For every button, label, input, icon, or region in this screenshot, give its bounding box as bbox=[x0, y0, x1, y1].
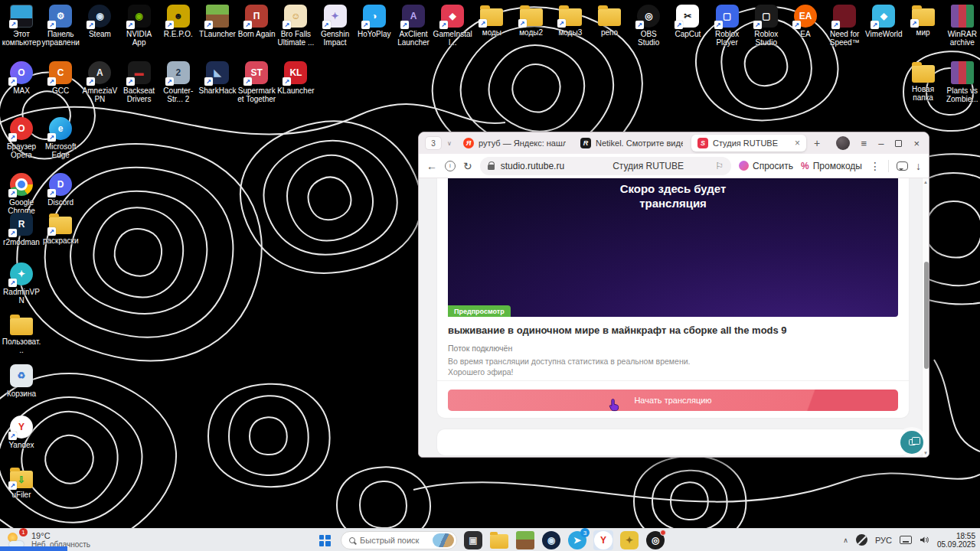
new-tab-button[interactable]: + bbox=[808, 137, 825, 149]
icon-axclient[interactable]: A ↗ AxClient Launcher bbox=[394, 5, 433, 47]
icon-pvz[interactable]: ↗ Plants vs Zombie... bbox=[943, 61, 980, 103]
scroll-up-icon[interactable]: ▲ bbox=[923, 180, 929, 184]
taskbar-app-minecraft[interactable] bbox=[515, 530, 535, 550]
desktop-icon-tile: O ↗ bbox=[10, 61, 33, 84]
search-highlight-image[interactable] bbox=[433, 533, 454, 547]
icon-nvidia-app[interactable]: ◉ ↗ NVIDIA App bbox=[120, 5, 158, 47]
icon-this-pc[interactable]: ↗ Этот компьютер bbox=[2, 5, 41, 47]
taskbar-app-dark[interactable]: ▣ bbox=[463, 530, 483, 550]
icon-mir[interactable]: ↗ мир bbox=[904, 5, 942, 37]
desktop-icon-label: CapCut bbox=[668, 30, 707, 38]
icon-roblox-studio[interactable]: ▢ ↗ Roblox Studio bbox=[747, 5, 786, 47]
icon-opera[interactable]: O ↗ Браузер Opera bbox=[2, 117, 41, 159]
floating-widget-button[interactable] bbox=[900, 431, 923, 454]
icon-amnezia[interactable]: A ↗ AmneziaVPN bbox=[80, 61, 119, 103]
icon-bro-falls[interactable]: ☺ ↗ Bro Falls Ultimate ... bbox=[276, 5, 315, 47]
tab-yandex-search[interactable]: Я рутуб — Яндекс: нашлось bbox=[457, 135, 572, 152]
scrollbar-thumb[interactable] bbox=[924, 262, 929, 369]
shortcut-arrow-badge: ↗ bbox=[204, 77, 213, 86]
icon-supermarket[interactable]: ST ↗ Supermarket Together bbox=[237, 61, 276, 103]
icon-gcc[interactable]: C ↗ GCC bbox=[41, 61, 80, 95]
icon-radminvpn[interactable]: ✦ ↗ RadminVPN bbox=[2, 262, 41, 305]
url-text: studio.rutube.ru bbox=[501, 161, 564, 171]
downloads-icon[interactable]: ↓ bbox=[916, 161, 921, 171]
icon-chrome[interactable]: ↗ Google Chrome bbox=[2, 173, 41, 215]
language-indicator[interactable]: РУС bbox=[875, 536, 892, 545]
desktop-icon-tile: A ↗ bbox=[402, 5, 425, 28]
minimize-button[interactable]: – bbox=[878, 139, 884, 148]
icon-vimeworld[interactable]: ◆ ↗ VimeWorld bbox=[864, 5, 903, 38]
icon-backseat[interactable]: ▬ ↗ Backseat Drivers Demo bbox=[120, 61, 158, 104]
icon-born-again[interactable]: Π ↗ Born Again bbox=[237, 5, 276, 38]
volume-icon[interactable] bbox=[920, 533, 929, 547]
desktop-icon-tile: ↗ bbox=[480, 8, 503, 26]
icon-max[interactable]: O ↗ MAX bbox=[2, 61, 41, 95]
tab-close-icon[interactable]: × bbox=[795, 138, 800, 148]
icon-klauncher[interactable]: KL ↗ KLauncher bbox=[276, 61, 315, 95]
bookmark-icon[interactable]: ⚐ bbox=[715, 161, 724, 171]
start-button[interactable] bbox=[315, 530, 335, 550]
icon-repo-folder[interactable]: ↗ репо bbox=[590, 5, 629, 37]
icon-cs2[interactable]: 2 ↗ Counter-Str... 2 bbox=[159, 61, 198, 103]
start-broadcast-button[interactable]: Начать трансляцию bbox=[448, 390, 898, 411]
clock[interactable]: 18:55 05.09.2025 bbox=[937, 532, 975, 549]
taskbar-app-yandex-browser[interactable]: Y bbox=[593, 530, 613, 550]
icon-gameinstall[interactable]: ◆ ↗ GameInstall... bbox=[433, 5, 472, 47]
icon-discord[interactable]: D ↗ Discord bbox=[41, 173, 80, 207]
icon-polzovat[interactable]: ↗ Пользоват... bbox=[2, 314, 41, 354]
close-button[interactable]: × bbox=[913, 139, 920, 148]
ask-alice-button[interactable]: Спросить bbox=[739, 161, 793, 171]
back-button[interactable]: ← bbox=[426, 161, 437, 171]
icon-ea[interactable]: EA ↗ EA bbox=[786, 5, 825, 38]
icon-sharkhack[interactable]: ◣ ↗ SharkHack bbox=[198, 61, 237, 95]
hidden-icons-chevron[interactable]: ∧ bbox=[843, 536, 848, 544]
taskbar-app-steam[interactable]: ◉ bbox=[541, 530, 561, 550]
tab-netikel[interactable]: R Netikel. Смотрите видео о bbox=[574, 135, 689, 152]
icon-new-folder[interactable]: ↗ Новая папка bbox=[904, 61, 942, 102]
desktop-icon-tile: ◆ ↗ bbox=[441, 5, 464, 28]
tray-status-icon[interactable] bbox=[856, 534, 867, 546]
icon-raskraski[interactable]: ↗ раскраски bbox=[41, 213, 80, 245]
tab-list-chevron-icon[interactable]: ∨ bbox=[444, 140, 455, 147]
taskbar-search[interactable]: Быстрый поиск bbox=[341, 531, 457, 549]
icon-winrar[interactable]: ↗ WinRAR archive bbox=[943, 5, 980, 47]
profile-avatar[interactable] bbox=[836, 136, 850, 150]
icon-genshin[interactable]: ✦ ↗ Genshin Impact bbox=[316, 5, 354, 47]
icon-edge[interactable]: e ↗ Microsoft Edge bbox=[41, 117, 80, 159]
page-scrollbar[interactable]: ▲ ▼ bbox=[922, 178, 929, 457]
taskbar-app-yellow-game[interactable]: ✦ bbox=[619, 530, 639, 550]
maximize-button[interactable] bbox=[895, 140, 902, 147]
icon-r2modman[interactable]: R ↗ r2modman bbox=[2, 213, 41, 246]
refresh-button[interactable]: ↻ bbox=[463, 161, 472, 171]
icon-mody3[interactable]: ↗ моды3 bbox=[551, 5, 590, 37]
taskbar-app-obs[interactable]: ◎ bbox=[645, 530, 665, 550]
taskbar-app-telegram[interactable]: ➤ 3 bbox=[567, 530, 587, 550]
icon-control-panel[interactable]: ⚙ ↗ Панель управления bbox=[41, 5, 80, 47]
icon-mody2[interactable]: ↗ моды2 bbox=[512, 5, 550, 37]
page-info-icon[interactable]: i bbox=[445, 161, 456, 171]
toolbar-more-icon[interactable]: ⋮ bbox=[870, 161, 880, 171]
icon-obs[interactable]: ◎ ↗ OBS Studio bbox=[629, 5, 668, 47]
icon-hoyoplay[interactable]: ◑ ↗ HoYoPlay bbox=[355, 5, 394, 38]
icon-ufiler[interactable]: ⇩ ↗ uFiler bbox=[2, 467, 41, 499]
desktop-icon-label: r2modman bbox=[2, 238, 41, 246]
touch-keyboard-icon[interactable] bbox=[900, 536, 912, 544]
icon-steam[interactable]: ◉ ↗ Steam bbox=[80, 5, 119, 38]
icon-repo-game[interactable]: ☻ ↗ R.E.P.O. bbox=[159, 5, 198, 38]
tab-counter-button[interactable]: 3 bbox=[425, 136, 442, 150]
icon-recycle-bin[interactable]: ♻ ↗ Корзина bbox=[2, 364, 41, 398]
icon-nfs[interactable]: ↗ Need for Speed™ Mo... bbox=[825, 5, 864, 47]
address-bar[interactable]: studio.rutube.ru Студия RUTUBE ⚐ bbox=[480, 157, 731, 175]
icon-tlauncher[interactable]: ↗ TLauncher bbox=[198, 5, 237, 38]
icon-yandex[interactable]: Y ↗ Yandex bbox=[2, 416, 41, 449]
icon-mody[interactable]: ↗ моды bbox=[472, 5, 511, 37]
tab-rutube-studio[interactable]: S Студия RUTUBE × bbox=[691, 135, 806, 152]
scroll-down-icon[interactable]: ▼ bbox=[923, 451, 929, 455]
extension-bubble-icon[interactable] bbox=[897, 161, 908, 171]
icon-capcut[interactable]: ✂ ↗ CapCut bbox=[668, 5, 707, 38]
browser-menu-icon[interactable]: ≡ bbox=[861, 139, 867, 148]
desktop-icon-label: KLauncher bbox=[276, 86, 315, 95]
promocodes-button[interactable]: % Промокоды bbox=[801, 161, 862, 171]
taskbar-app-explorer[interactable] bbox=[489, 530, 509, 550]
icon-roblox-player[interactable]: ▢ ↗ Roblox Player bbox=[708, 5, 746, 47]
